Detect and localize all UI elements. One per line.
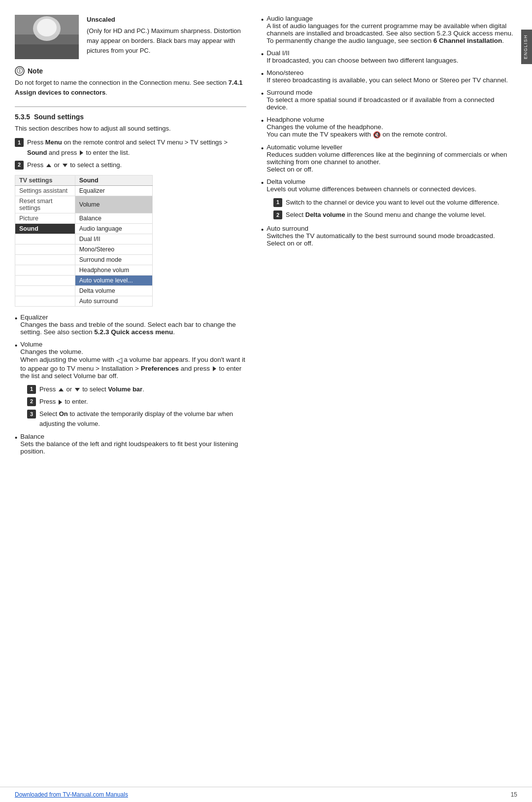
vol-step-3: 3 Select On to activate the temporarily … [27, 409, 246, 429]
delta-title: Delta volume [266, 178, 517, 185]
delta-step-1-num: 1 [273, 198, 282, 207]
note-text: Do not forget to name the connection in … [15, 78, 246, 98]
bullet-dot-r1: • [261, 15, 264, 44]
bullet-dot-3: • [15, 433, 17, 455]
auto-vol-text: Reduces sudden volume differences like a… [266, 151, 517, 166]
step-2-text: Press or to select a setting. [27, 160, 246, 170]
menu-row-picture: Picture Balance [15, 213, 153, 223]
page-container: ENGLISH Unscaled (Only for HD and PC [0, 0, 532, 802]
unscaled-block: Unscaled (Only for HD and PC.) Maximum s… [15, 15, 246, 59]
bullet-delta-content: Delta volume Levels out volume differenc… [266, 178, 517, 193]
menu-row-dual: Dual I/II [15, 234, 153, 244]
bullet-surround: • Surround mode To select a more spatial… [261, 89, 517, 111]
headphone-text-1: Changes the volume of the headphone. [266, 123, 517, 131]
right-column: • Audio language A list of audio languag… [256, 15, 517, 777]
bullet-surround-content: Surround mode To select a more spatial s… [266, 89, 517, 111]
svg-point-4 [37, 19, 57, 36]
menu-row-auto-surround: Auto surround [15, 296, 153, 306]
note-label: Note [28, 67, 43, 75]
auto-vol-title: Automatic volume leveller [266, 143, 517, 151]
menu-col-right-header: Sound [75, 175, 152, 185]
audio-lang-title: Audio language [266, 15, 517, 22]
vol-step-2-num: 2 [27, 397, 36, 406]
step-1-num: 1 [15, 138, 24, 147]
step-2: 2 Press or to select a setting. [15, 160, 246, 170]
auto-surround-select: Select on or off. [266, 240, 517, 247]
bullet-balance: • Balance Sets the balance of the left a… [15, 433, 246, 455]
dual-title: Dual I/II [266, 49, 517, 57]
vol-step-2-text: Press to enter. [39, 397, 246, 407]
delta-step-2: 2 Select Delta volume in the Sound menu … [273, 210, 517, 220]
menu-row-auto-volume: Auto volume level... [15, 275, 153, 285]
side-tab: ENGLISH [521, 30, 532, 64]
bullet-dot-r2: • [261, 49, 264, 64]
svg-rect-1 [15, 42, 79, 59]
surround-title: Surround mode [266, 89, 517, 96]
bullet-delta: • Delta volume Levels out volume differe… [261, 178, 517, 193]
bullet-balance-content: Balance Sets the balance of the left and… [20, 433, 246, 455]
note-block: Ⓘ Note Do not forget to name the connect… [15, 66, 246, 98]
menu-row-delta: Delta volume [15, 285, 153, 296]
bullet-dot-r8: • [261, 225, 264, 247]
unscaled-desc: (Only for HD and PC.) Maximum sharpness.… [87, 27, 241, 54]
delta-step-1: 1 Switch to the channel or device you wa… [273, 198, 517, 208]
mono-title: Mono/stereo [266, 69, 517, 76]
section-desc: This section describes how to adjust all… [15, 124, 246, 134]
bullet-auto-vol: • Automatic volume leveller Reduces sudd… [261, 143, 517, 173]
vol-step-1-text: Press or to select Volume bar. [39, 384, 246, 394]
bullet-headphone-content: Headphone volume Changes the volume of t… [266, 116, 517, 139]
auto-surround-title: Auto surround [266, 225, 517, 232]
delta-steps: 1 Switch to the channel or device you wa… [273, 198, 517, 220]
unscaled-title: Unscaled [87, 15, 246, 25]
footer: Downloaded from TV-Manual.com Manuals 15 [0, 787, 532, 802]
section-title: 5.3.5 Sound settings [15, 113, 246, 121]
volume-title: Volume [20, 341, 246, 348]
unscaled-text-block: Unscaled (Only for HD and PC.) Maximum s… [87, 15, 246, 59]
mute-icon: 🔇 [373, 131, 381, 139]
volume-text-2: When adjusting the volume with ◁ a volum… [20, 355, 246, 380]
headphone-title: Headphone volume [266, 116, 517, 123]
volume-steps: 1 Press or to select Volume bar. 2 Press… [27, 384, 246, 429]
main-content: Unscaled (Only for HD and PC.) Maximum s… [0, 0, 532, 787]
note-header: Ⓘ Note [15, 66, 246, 76]
steps-list: 1 Press Menu on the remote control and s… [15, 138, 246, 170]
volume-text-1: Changes the volume. [20, 348, 246, 355]
balance-text: Sets the balance of the left and right l… [20, 440, 246, 455]
left-column: Unscaled (Only for HD and PC.) Maximum s… [15, 15, 256, 777]
bullet-volume: • Volume Changes the volume. When adjust… [15, 341, 246, 380]
bullet-mono: • Mono/stereo If stereo broadcasting is … [261, 69, 517, 84]
bullet-dot-r6: • [261, 143, 264, 173]
footer-link[interactable]: Downloaded from TV-Manual.com Manuals [15, 791, 128, 798]
menu-table-header: TV settings Sound [15, 175, 153, 185]
delta-text: Levels out volume differences between ch… [266, 185, 517, 193]
bullet-headphone: • Headphone volume Changes the volume of… [261, 116, 517, 139]
note-icon: Ⓘ [15, 66, 25, 76]
mono-text: If stereo broadcasting is available, you… [266, 76, 517, 84]
delta-step-2-num: 2 [273, 210, 282, 219]
menu-table: TV settings Sound Settings assistant Equ… [15, 175, 153, 307]
menu-row-reset: Reset smart settings Volume [15, 196, 153, 213]
bullet-dual-content: Dual I/II If broadcasted, you can choose… [266, 49, 517, 64]
menu-row-settings-assistant: Settings assistant Equalizer [15, 185, 153, 196]
bullet-audio-lang-content: Audio language A list of audio languages… [266, 15, 517, 44]
menu-col-left-header: TV settings [15, 175, 75, 185]
dual-text: If broadcasted, you can choose between t… [266, 57, 517, 64]
bullet-equalizer-content: Equalizer Changes the bass and treble of… [20, 314, 246, 336]
page-number: 15 [511, 791, 517, 798]
audio-lang-text: A list of audio languages for the curren… [266, 22, 517, 44]
bullet-dot: • [15, 314, 17, 336]
step-1: 1 Press Menu on the remote control and s… [15, 138, 246, 157]
vol-step-3-text: Select On to activate the temporarily di… [39, 409, 246, 429]
menu-row-headphone: Headphone volum [15, 265, 153, 275]
bullet-mono-content: Mono/stereo If stereo broadcasting is av… [266, 69, 517, 84]
bullet-dot-r4: • [261, 89, 264, 111]
menu-row-surround: Surround mode [15, 254, 153, 265]
vol-step-1: 1 Press or to select Volume bar. [27, 384, 246, 394]
bullet-dot-r5: • [261, 116, 264, 139]
balance-title: Balance [20, 433, 246, 440]
tv-image [15, 15, 79, 59]
step-2-num: 2 [15, 161, 24, 170]
vol-step-1-num: 1 [27, 385, 36, 394]
bullet-auto-surround: • Auto surround Switches the TV automati… [261, 225, 517, 247]
step-1-text: Press Menu on the remote control and sel… [27, 138, 246, 157]
